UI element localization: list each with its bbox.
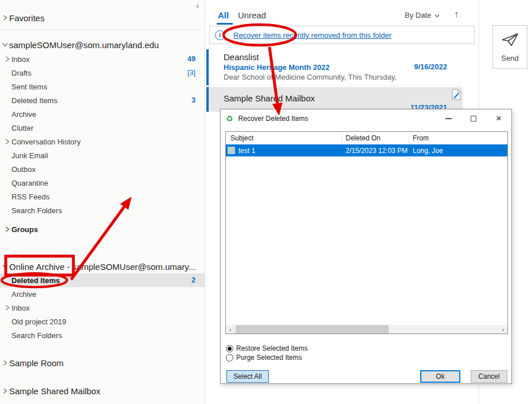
chevron-right-icon[interactable]: [1, 388, 9, 394]
folder-count: [3]: [187, 69, 195, 77]
sidebar-item-junk-email[interactable]: Junk Email: [0, 148, 205, 162]
sidebar-item-archive[interactable]: Archive: [0, 107, 205, 121]
sidebar-item-oa-inbox[interactable]: Inbox: [0, 301, 205, 315]
chevron-down-icon: [435, 11, 440, 19]
column-header-from[interactable]: From: [413, 132, 429, 144]
recover-items-link[interactable]: Recover items recently removed from this…: [233, 31, 392, 40]
scroll-right-icon[interactable]: ›: [499, 325, 507, 334]
chevron-down-icon[interactable]: [1, 42, 9, 47]
account-label: sampleSOMUser@som.umaryland.edu: [9, 40, 159, 50]
sidebar-item-clutter[interactable]: Clutter: [0, 121, 205, 135]
radio-unselected-icon: [226, 354, 233, 362]
close-button[interactable]: ✕: [486, 109, 511, 127]
select-all-button[interactable]: Select All: [226, 370, 269, 383]
sidebar-section-sample-room[interactable]: Sample Room: [0, 355, 205, 370]
column-header-deleted-on[interactable]: Deleted On: [346, 132, 381, 144]
tab-all-underline: [217, 23, 233, 25]
maximize-icon: [471, 116, 476, 121]
folder-label: Deleted Items: [11, 96, 57, 105]
sort-ascending-icon[interactable]: ↑: [454, 9, 459, 19]
sidebar-item-rss-feeds[interactable]: RSS Feeds: [0, 190, 205, 203]
radio-label: Purge Selected Items: [236, 354, 302, 362]
folder-sidebar: ‹ Favorites sampleSOMUser@som.umaryland.…: [0, 0, 205, 404]
online-archive-label: Online Archive - sampleSOMUser@som.umary…: [9, 262, 195, 272]
paper-plane-icon: [501, 32, 519, 49]
sidebar-section-online-archive[interactable]: Online Archive - sampleSOMUser@som.umary…: [0, 259, 205, 274]
chevron-right-icon[interactable]: [3, 139, 11, 144]
message-date: 9/16/2022: [414, 62, 447, 71]
table-header-row: Subject Deleted On From: [226, 132, 507, 144]
favorites-label: Favorites: [9, 13, 45, 23]
groups-label: Groups: [11, 225, 38, 234]
radio-purge-selected-items[interactable]: Purge Selected Items: [226, 354, 302, 362]
message-row-deanslist[interactable]: Deanslist Hispanic Heritage Month 2022 D…: [206, 49, 463, 86]
folder-count: 49: [187, 55, 195, 63]
folder-label: Sent Items: [11, 83, 47, 91]
sidebar-item-oa-search-folders[interactable]: Search Folders: [0, 328, 205, 342]
folder-label: Junk Email: [11, 151, 48, 160]
table-row-selected[interactable]: test 1 2/15/2023 12:03 PM Long, Joe: [226, 144, 507, 156]
dialog-title: Recover Deleted Items: [238, 115, 308, 123]
message-sender: Deanslist: [224, 52, 259, 62]
column-separator: [409, 133, 409, 143]
folder-label: Archive: [11, 110, 36, 119]
scrollbar-thumb[interactable]: [236, 325, 389, 334]
chevron-right-icon[interactable]: [3, 226, 11, 232]
sidebar-section-sample-shared-mailbox[interactable]: Sample Shared Mailbox: [0, 383, 205, 398]
chevron-right-icon[interactable]: [1, 15, 9, 21]
message-preview: Dear School of Medicine Community, This …: [224, 73, 397, 81]
folder-label: Inbox: [11, 55, 30, 64]
sample-room-label: Sample Room: [9, 358, 64, 368]
chevron-down-icon[interactable]: [1, 264, 9, 269]
info-icon: i: [215, 30, 225, 40]
folder-label: Conversation History: [11, 138, 81, 146]
chevron-right-icon[interactable]: [3, 305, 11, 311]
sidebar-item-conversation-history[interactable]: Conversation History: [0, 135, 205, 148]
ok-button[interactable]: Ok: [420, 370, 460, 383]
message-row-sample-shared-mailbox[interactable]: Sample Shared Mailbox 11/23/2021: [206, 87, 463, 112]
cell-subject: test 1: [238, 144, 255, 156]
column-separator: [342, 133, 342, 143]
selected-indicator-bar: [206, 87, 209, 112]
chevron-right-icon[interactable]: [1, 360, 9, 366]
radio-selected-icon: [226, 345, 233, 352]
folder-label: Old project 2019: [11, 317, 66, 326]
close-icon: ✕: [496, 114, 502, 123]
sidebar-item-oa-deleted-items[interactable]: Deleted Items 2: [0, 273, 205, 287]
sidebar-item-drafts[interactable]: Drafts [3]: [0, 66, 205, 80]
minimize-icon: [445, 118, 452, 119]
radio-restore-selected-items[interactable]: Restore Selected Items: [226, 344, 308, 352]
tab-all[interactable]: All: [218, 10, 229, 20]
maximize-button[interactable]: [461, 109, 486, 127]
sidebar-section-account[interactable]: sampleSOMUser@som.umaryland.edu: [0, 37, 205, 52]
folder-count: 2: [191, 276, 195, 284]
sidebar-item-outbox[interactable]: Outbox: [0, 162, 205, 176]
send-button[interactable]: Send: [492, 25, 527, 69]
dialog-title-bar[interactable]: ♻ Recover Deleted Items ✕: [221, 109, 511, 127]
folder-label: Deleted Items: [11, 276, 60, 285]
sidebar-item-inbox[interactable]: Inbox 49: [0, 52, 205, 66]
minimize-button[interactable]: [436, 109, 461, 127]
horizontal-scrollbar[interactable]: ‹ ›: [226, 325, 507, 334]
folder-label: Outbox: [11, 165, 36, 174]
sidebar-section-favorites[interactable]: Favorites: [0, 10, 205, 25]
item-type-icon: [228, 147, 235, 154]
scroll-left-icon[interactable]: ‹: [226, 325, 234, 334]
sidebar-item-search-folders[interactable]: Search Folders: [0, 203, 205, 217]
tab-unread[interactable]: Unread: [238, 10, 266, 20]
sidebar-item-oa-archive[interactable]: Archive: [0, 287, 205, 301]
chevron-right-icon[interactable]: [3, 56, 11, 62]
sidebar-divider: [0, 30, 201, 30]
sort-label: By Date: [405, 11, 431, 19]
cancel-button[interactable]: Cancel: [471, 370, 507, 383]
radio-label: Restore Selected Items: [236, 344, 308, 352]
sidebar-section-groups[interactable]: Groups: [0, 222, 205, 236]
unread-indicator-bar: [206, 49, 209, 85]
sidebar-item-sent-items[interactable]: Sent Items: [0, 80, 205, 93]
sidebar-item-oa-old-project[interactable]: Old project 2019: [0, 315, 205, 328]
column-header-subject[interactable]: Subject: [230, 132, 253, 144]
sidebar-item-quarantine[interactable]: Quarantine: [0, 176, 205, 190]
sidebar-item-deleted-items[interactable]: Deleted Items 3: [0, 93, 205, 107]
collapse-sidebar-icon[interactable]: ‹: [196, 1, 199, 10]
sort-dropdown[interactable]: By Date: [405, 11, 440, 19]
